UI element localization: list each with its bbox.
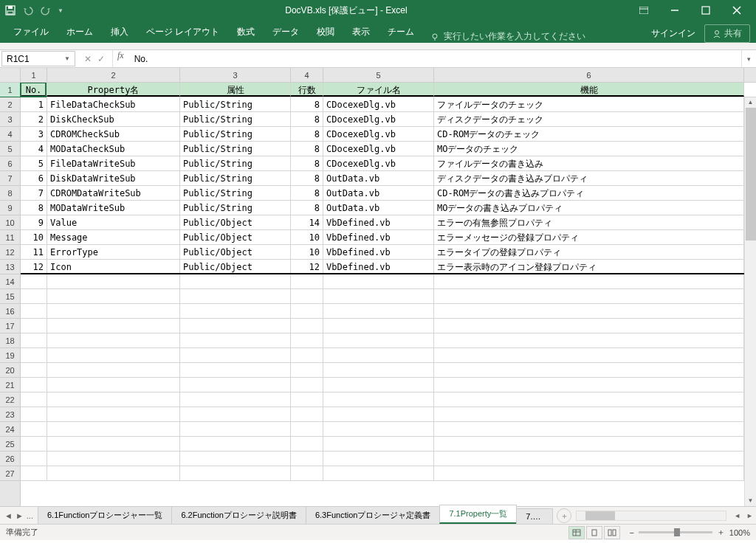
cell[interactable] <box>180 407 291 421</box>
cell[interactable]: Public/String <box>180 186 291 200</box>
cell[interactable]: 3 <box>21 127 47 141</box>
cell[interactable]: 2 <box>21 112 47 126</box>
sheet-nav-prev-icon[interactable]: ◄ <box>4 511 13 520</box>
cell[interactable]: Property名 <box>47 83 180 97</box>
sheet-tab[interactable]: 6.1Functionプロシージャー一覧 <box>38 506 172 524</box>
row-header[interactable]: 11 <box>0 230 20 245</box>
cell[interactable] <box>47 407 180 421</box>
table-row[interactable] <box>21 363 756 378</box>
hscroll-left-icon[interactable]: ◄ <box>731 512 743 519</box>
view-page-layout-icon[interactable] <box>586 526 602 539</box>
cell[interactable]: エラーメッセージの登録プロパティ <box>434 230 744 244</box>
row-header[interactable]: 5 <box>0 142 20 156</box>
name-box[interactable]: R1C1 ▼ <box>1 51 75 66</box>
cell[interactable]: MODataWriteSub <box>47 201 180 215</box>
cell[interactable] <box>291 319 323 333</box>
cell[interactable] <box>291 363 323 377</box>
cell[interactable]: 5 <box>21 156 47 170</box>
table-row[interactable] <box>21 289 756 304</box>
cell[interactable] <box>47 437 180 451</box>
cell[interactable] <box>47 363 180 377</box>
cell[interactable] <box>291 289 323 303</box>
cell[interactable]: CDocexeDlg.vb <box>323 97 434 111</box>
cell[interactable] <box>323 348 434 362</box>
column-header[interactable]: 1 <box>21 68 47 82</box>
zoom-control[interactable]: − ＋ 100% <box>629 527 750 538</box>
cell[interactable] <box>323 333 434 347</box>
cell[interactable]: 14 <box>291 215 323 229</box>
cell[interactable]: Public/Object <box>180 245 291 259</box>
cell[interactable] <box>323 422 434 436</box>
cell[interactable] <box>47 422 180 436</box>
cell[interactable] <box>434 333 744 347</box>
cell[interactable]: Public/String <box>180 127 291 141</box>
cell[interactable]: 6 <box>21 171 47 185</box>
ribbon-tab[interactable]: データ <box>265 21 306 43</box>
row-header[interactable]: 9 <box>0 201 20 215</box>
cell[interactable] <box>291 333 323 347</box>
undo-icon[interactable] <box>22 4 34 16</box>
cell[interactable] <box>47 274 180 288</box>
cell[interactable] <box>180 466 291 480</box>
cell[interactable]: 4 <box>21 142 47 156</box>
cell[interactable] <box>434 304 744 318</box>
cell[interactable] <box>47 392 180 407</box>
cell[interactable] <box>434 363 744 377</box>
cell[interactable] <box>291 422 323 436</box>
cell[interactable]: 8 <box>291 112 323 126</box>
row-header[interactable]: 19 <box>0 348 20 363</box>
cell[interactable] <box>323 363 434 377</box>
redo-icon[interactable] <box>40 4 52 16</box>
cell[interactable]: DiskDataWriteSub <box>47 171 180 185</box>
cell[interactable] <box>21 348 47 362</box>
add-sheet-button[interactable]: ＋ <box>557 508 571 523</box>
ribbon-tab[interactable]: チーム <box>380 21 422 43</box>
row-header[interactable]: 17 <box>0 319 20 333</box>
cells-area[interactable]: No.Property名属性行数ファイル名機能1FileDataCheckSub… <box>21 83 756 506</box>
view-page-break-icon[interactable] <box>604 526 620 539</box>
cell[interactable] <box>21 452 47 466</box>
row-header[interactable]: 13 <box>0 260 20 274</box>
cancel-formula-icon[interactable]: ✕ <box>84 54 92 64</box>
row-header[interactable]: 15 <box>0 289 20 304</box>
zoom-in-button[interactable]: ＋ <box>717 527 725 538</box>
fx-icon[interactable]: fx <box>113 50 128 67</box>
sheet-nav-next-icon[interactable]: ► <box>16 511 24 520</box>
cell[interactable]: 9 <box>21 215 47 229</box>
cell[interactable] <box>434 422 744 436</box>
cell[interactable]: FileDataWriteSub <box>47 156 180 170</box>
cell[interactable]: 10 <box>21 230 47 244</box>
ribbon-display-icon[interactable] <box>629 0 659 21</box>
row-header[interactable]: 25 <box>0 437 20 452</box>
table-row[interactable]: 4MODataCheckSubPublic/String8CDocexeDlg.… <box>21 142 756 156</box>
cell[interactable]: ディスクデータの書き込みプロパティ <box>434 171 744 185</box>
table-row[interactable] <box>21 304 756 319</box>
table-row[interactable] <box>21 407 756 422</box>
cell[interactable]: Public/String <box>180 97 291 111</box>
cell[interactable]: OutData.vb <box>323 201 434 215</box>
cell[interactable] <box>434 392 744 407</box>
share-button[interactable]: 共有 <box>704 24 750 43</box>
cell[interactable] <box>180 422 291 436</box>
cell[interactable]: CDocexeDlg.vb <box>323 142 434 156</box>
cell[interactable] <box>21 466 47 480</box>
cell[interactable] <box>291 304 323 318</box>
close-button[interactable] <box>722 0 752 21</box>
save-icon[interactable] <box>4 4 16 16</box>
cell[interactable]: 11 <box>21 245 47 259</box>
cell[interactable]: VbDefined.vb <box>323 215 434 229</box>
cell[interactable] <box>291 407 323 421</box>
cell[interactable] <box>323 304 434 318</box>
table-row[interactable] <box>21 452 756 466</box>
cell[interactable] <box>323 378 434 392</box>
cell[interactable]: 10 <box>291 245 323 259</box>
cell[interactable] <box>291 452 323 466</box>
cell[interactable]: ファイルデータの書き込み <box>434 156 744 170</box>
cell[interactable] <box>291 274 323 288</box>
scroll-up-icon[interactable]: ▲ <box>745 97 756 108</box>
cell[interactable]: Public/Object <box>180 260 291 273</box>
table-row[interactable]: 9ValuePublic/Object14VbDefined.vbエラーの有無参… <box>21 215 756 230</box>
table-row[interactable] <box>21 348 756 363</box>
hscroll-thumb[interactable] <box>585 511 615 520</box>
ribbon-tab[interactable]: ホーム <box>59 21 100 43</box>
